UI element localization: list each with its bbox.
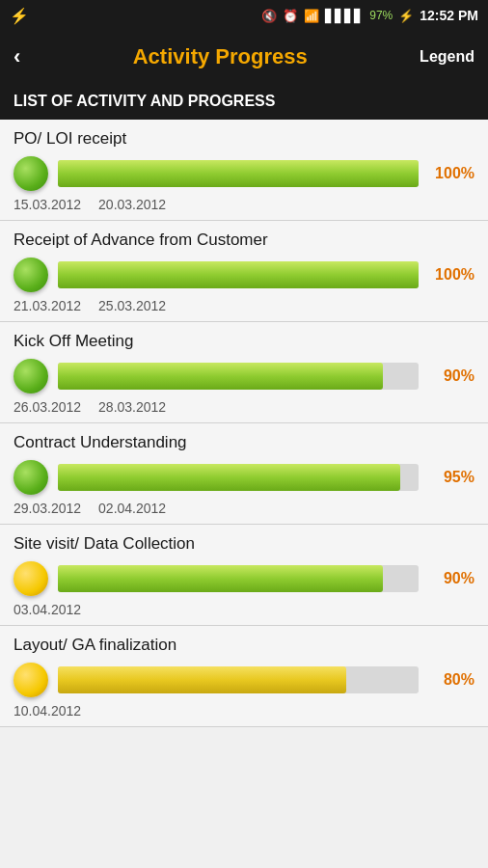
end-date: 25.03.2012 (98, 298, 166, 313)
silent-icon: 🔇 (261, 9, 277, 23)
progress-percentage: 100% (428, 165, 474, 182)
activity-list: PO/ LOI receipt100%15.03.201220.03.2012R… (0, 120, 488, 727)
page-title: Activity Progress (133, 44, 308, 69)
status-dot (14, 359, 48, 393)
signal-bars: ▋▋▋▋ (325, 9, 364, 23)
activity-item[interactable]: PO/ LOI receipt100%15.03.201220.03.2012 (0, 120, 488, 221)
activity-progress-row: 90% (14, 359, 474, 393)
section-heading: LIST OF ACTIVITY AND PROGRESS (0, 83, 488, 120)
progress-fill (58, 666, 346, 693)
start-date: 29.03.2012 (14, 501, 81, 516)
charging-icon: ⚡ (398, 9, 414, 23)
activity-progress-row: 80% (14, 663, 474, 697)
progress-percentage: 95% (428, 469, 474, 486)
end-date: 28.03.2012 (98, 399, 166, 415)
status-dot (14, 258, 48, 292)
activity-name: Layout/ GA finalization (14, 636, 474, 655)
status-bar: ⚡ 🔇 ⏰ 📶 ▋▋▋▋ 97% ⚡ 12:52 PM (0, 0, 488, 31)
activity-progress-row: 100% (14, 258, 474, 292)
end-date: 20.03.2012 (98, 197, 166, 212)
progress-bar-container (58, 464, 419, 491)
activity-progress-row: 95% (14, 460, 474, 495)
progress-percentage: 100% (428, 266, 474, 284)
progress-bar-container (58, 565, 419, 592)
activity-name: Site visit/ Data Collection (14, 534, 474, 554)
progress-bar-container (58, 363, 419, 390)
status-dot (14, 561, 48, 596)
progress-bar-container (58, 160, 419, 187)
status-dot (14, 460, 48, 495)
progress-percentage: 80% (428, 671, 474, 689)
battery-indicator: 97% (369, 9, 393, 22)
activity-item[interactable]: Site visit/ Data Collection90%03.04.2012 (0, 525, 488, 626)
activity-item[interactable]: Contract Understanding95%29.03.201202.04… (0, 423, 488, 525)
legend-button[interactable]: Legend (420, 48, 474, 66)
status-dot (14, 663, 48, 697)
usb-icon: ⚡ (10, 7, 29, 25)
progress-bar-container (58, 666, 419, 693)
progress-fill (58, 464, 400, 491)
start-date: 26.03.2012 (14, 399, 81, 415)
clock: 12:52 PM (420, 8, 478, 23)
wifi-icon: 📶 (304, 9, 319, 23)
progress-fill (58, 261, 419, 288)
activity-dates: 03.04.2012 (14, 602, 474, 617)
status-dot (14, 156, 48, 191)
progress-bar-container (58, 261, 419, 288)
activity-progress-row: 100% (14, 156, 474, 191)
activity-dates: 29.03.201202.04.2012 (14, 501, 474, 516)
activity-progress-row: 90% (14, 561, 474, 596)
activity-dates: 15.03.201220.03.2012 (14, 197, 474, 212)
activity-name: Receipt of Advance from Customer (14, 231, 474, 250)
progress-percentage: 90% (428, 367, 474, 385)
activity-dates: 21.03.201225.03.2012 (14, 298, 474, 313)
back-button[interactable]: ‹ (14, 44, 20, 69)
activity-dates: 10.04.2012 (14, 703, 474, 719)
activity-item[interactable]: Receipt of Advance from Customer100%21.0… (0, 221, 488, 322)
activity-dates: 26.03.201228.03.2012 (14, 399, 474, 415)
activity-name: PO/ LOI receipt (14, 129, 474, 149)
progress-fill (58, 160, 419, 187)
alarm-icon: ⏰ (283, 9, 298, 23)
activity-item[interactable]: Layout/ GA finalization80%10.04.2012 (0, 626, 488, 727)
start-date: 21.03.2012 (14, 298, 81, 313)
activity-item[interactable]: Kick Off Meeting90%26.03.201228.03.2012 (0, 322, 488, 423)
end-date: 02.04.2012 (98, 501, 166, 516)
activity-name: Contract Understanding (14, 433, 474, 452)
progress-fill (58, 363, 383, 390)
activity-name: Kick Off Meeting (14, 332, 474, 351)
progress-percentage: 90% (428, 570, 474, 587)
start-date: 03.04.2012 (14, 602, 81, 617)
progress-fill (58, 565, 383, 592)
app-header: ‹ Activity Progress Legend (0, 31, 488, 83)
start-date: 10.04.2012 (14, 703, 81, 719)
start-date: 15.03.2012 (14, 197, 81, 212)
